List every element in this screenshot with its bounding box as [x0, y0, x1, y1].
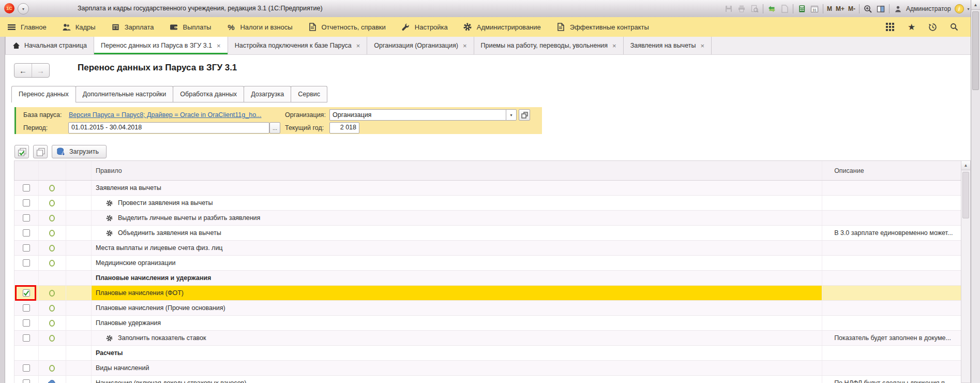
tab-perenos-dannyh-form[interactable]: Перенос данных — [11, 86, 76, 102]
checkbox-checked[interactable] — [23, 289, 30, 297]
print-preview-icon[interactable] — [750, 4, 759, 13]
zoom-in-icon[interactable] — [863, 4, 872, 13]
menu-item-otchetnost[interactable]: Отчетность, справки — [308, 23, 386, 32]
checkbox[interactable] — [23, 244, 30, 252]
table-scrollbar[interactable]: ▲ — [961, 160, 971, 383]
tab-home[interactable]: Начальная страница — [5, 37, 94, 54]
organization-input[interactable]: Организация — [329, 109, 506, 121]
info-icon[interactable]: i — [955, 4, 964, 13]
header-checkbox-col[interactable] — [14, 161, 39, 180]
period-input[interactable]: 01.01.2015 - 30.04.2018 — [68, 122, 269, 134]
load-button-label: Загрузить — [69, 148, 99, 155]
tab-organizaciya[interactable]: Организация (Организация) × — [367, 37, 474, 54]
checkbox[interactable] — [23, 319, 30, 327]
table-row[interactable]: Заполнить показатель ставокПоказатель бу… — [14, 331, 961, 346]
menu-item-kontrakty[interactable]: Эффективные контракты — [556, 23, 649, 32]
rule-cell: Начисления (включая доходы страховых взн… — [92, 376, 822, 383]
mail-icon[interactable] — [780, 4, 789, 13]
tab-obrabotka-dannyh[interactable]: Обработка данных — [173, 86, 244, 102]
tab-zayavleniya[interactable]: Заявления на вычеты × — [624, 37, 712, 54]
table-row[interactable]: Места выплаты и лицевые счета физ. лиц — [14, 241, 961, 256]
checkbox[interactable] — [23, 199, 30, 207]
current-year-input[interactable]: 2 018 — [329, 122, 359, 134]
checkbox[interactable] — [23, 259, 30, 267]
memory-m-button[interactable]: М — [827, 5, 832, 12]
checkbox[interactable] — [23, 364, 30, 372]
rule-label: Заполнить показатель ставок — [118, 334, 206, 342]
parus-base-link[interactable]: Версия Паруса = Парус8; Драйвер = Oracle… — [69, 111, 262, 119]
window-scrollbar[interactable]: ▲ — [971, 0, 980, 383]
star-icon[interactable]: ★ — [907, 22, 916, 32]
history-icon[interactable] — [928, 22, 938, 32]
close-icon[interactable]: × — [217, 42, 221, 50]
table-row[interactable]: Расчеты — [14, 346, 961, 361]
tab-servis[interactable]: Сервис — [291, 86, 327, 102]
menu-item-nastroyka[interactable]: Настройка — [401, 23, 448, 32]
scroll-up-icon[interactable]: ▲ — [961, 161, 970, 170]
scrollbar-thumb[interactable] — [972, 11, 979, 90]
header-spacer-col[interactable] — [66, 161, 92, 180]
divider — [763, 4, 763, 13]
close-icon[interactable]: × — [612, 42, 616, 50]
menu-item-administrirovanie[interactable]: Администрирование — [463, 23, 541, 32]
forward-button[interactable]: → — [32, 64, 49, 77]
close-icon[interactable]: × — [356, 42, 360, 50]
uncheck-all-button[interactable] — [33, 145, 48, 158]
table-row[interactable]: Плановые удержания — [14, 316, 961, 331]
table-row[interactable]: Заявления на вычеты — [14, 181, 961, 196]
chevron-down-icon[interactable]: ▾ — [506, 109, 517, 121]
check-all-button[interactable] — [14, 145, 29, 158]
header-rule-col[interactable]: Правило — [92, 161, 822, 180]
save-icon[interactable] — [724, 4, 733, 13]
menu-item-vyplaty[interactable]: Выплаты — [170, 23, 212, 32]
chevron-down-icon[interactable]: ▾ — [968, 7, 970, 11]
tab-perenos-dannyh[interactable]: Перенос данных из Паруса в ЗГУ 3.1 × — [94, 37, 228, 54]
table-row[interactable]: Выделить личные вычеты и разбить заявлен… — [14, 211, 961, 226]
tab-dozagruzka[interactable]: Дозагрузка — [244, 86, 291, 102]
close-icon[interactable]: × — [463, 42, 467, 50]
scrollbar-thumb[interactable] — [962, 172, 969, 218]
checkbox[interactable] — [23, 229, 30, 237]
close-icon[interactable]: × — [700, 42, 704, 50]
table-row[interactable]: Провести заявления на вычеты — [14, 196, 961, 211]
tab-nastroyka-podklyucheniya[interactable]: Настройка подключения к базе Паруса × — [228, 37, 368, 54]
header-status-col[interactable] — [39, 161, 66, 180]
split-view-icon[interactable] — [876, 4, 885, 13]
memory-m-plus-button[interactable]: М+ — [836, 5, 845, 12]
open-organization-button[interactable] — [519, 109, 530, 121]
link-icon[interactable] — [767, 4, 776, 13]
menu-item-kadry[interactable]: Кадры — [62, 23, 96, 32]
system-menu-button[interactable]: ▾ — [18, 3, 29, 14]
back-button[interactable]: ← — [14, 64, 32, 77]
checkbox[interactable] — [23, 334, 30, 342]
checkbox[interactable] — [23, 379, 30, 383]
table-row[interactable]: Плановые начисления (ФОТ) — [14, 286, 961, 301]
checkbox[interactable] — [23, 214, 30, 222]
table-row[interactable]: Плановые начисления и удержания — [14, 271, 961, 286]
memory-m-minus-button[interactable]: М- — [848, 5, 855, 12]
checkbox[interactable] — [23, 304, 30, 312]
search-icon[interactable] — [949, 22, 959, 32]
scroll-up-icon[interactable]: ▲ — [971, 0, 980, 10]
menu-item-nalogi[interactable]: %Налоги и взносы — [227, 23, 292, 32]
menu-item-zarplata[interactable]: Зарплата — [111, 23, 154, 32]
calendar-icon[interactable]: 31 — [810, 4, 819, 13]
table-row[interactable]: Плановые начисления (Прочие основания) — [14, 301, 961, 316]
table-row[interactable]: Виды начислений — [14, 361, 961, 376]
menu-item-glavnoe[interactable]: Главное — [7, 23, 47, 32]
load-button[interactable]: Загрузить — [52, 145, 107, 158]
tab-dop-nastroyki[interactable]: Дополнительные настройки — [76, 86, 174, 102]
rule-cell: Плановые начисления (Прочие основания) — [92, 301, 822, 315]
table-row[interactable]: Объединить заявления на вычетыВ 3.0 зарп… — [14, 226, 961, 241]
rule-cell: Объединить заявления на вычеты — [92, 226, 822, 240]
apps-grid-icon[interactable] — [885, 22, 895, 32]
tab-priemy[interactable]: Приемы на работу, переводы, увольнения × — [474, 37, 624, 54]
calculator-icon[interactable] — [797, 4, 806, 13]
period-picker-button[interactable]: ... — [269, 122, 280, 134]
header-description-col[interactable]: Описание — [822, 161, 961, 180]
checkbox[interactable] — [23, 184, 30, 192]
table-row[interactable]: Медицинские организации — [14, 256, 961, 271]
table-row[interactable]: Начисления (включая доходы страховых взн… — [14, 376, 961, 383]
print-icon[interactable] — [737, 4, 746, 13]
checkbox-cell — [14, 271, 39, 285]
